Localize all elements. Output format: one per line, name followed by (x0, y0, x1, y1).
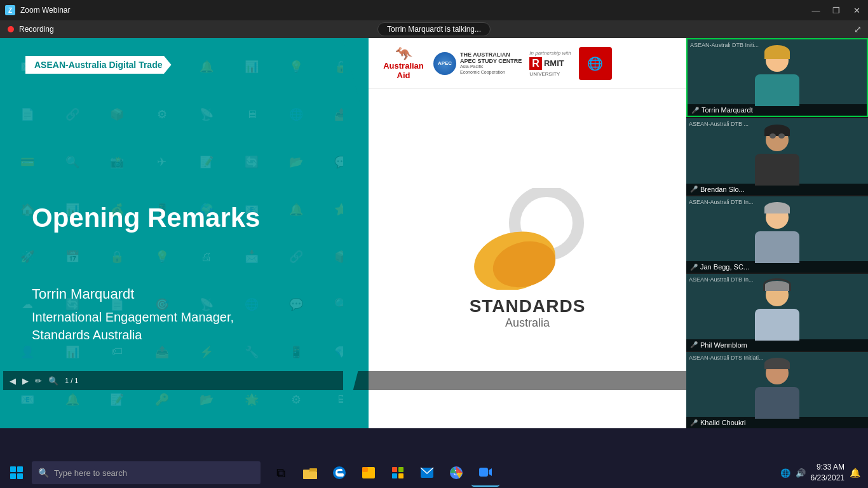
apec-text: THE AUSTRALIAN APEC STUDY CENTRE Asia-Pa… (460, 51, 522, 75)
recording-bar: Recording Torrin Marquardt is talking...… (0, 20, 868, 38)
svg-rect-10 (398, 467, 403, 472)
icons-pattern: 📧📅💬📱🔔📊💡🔒 📄🔗📦⚙📡🖥🌐📤 💳🔍📸✈📝🔄📂💬 🏠📊💰📱🌍📧🔔⭐ 🚀📅🔒💡… (0, 38, 369, 428)
participant-name-3: Phil Wennblom (700, 341, 747, 349)
standards-logo-svg (464, 188, 591, 290)
slide-presenter-role: International Engagement Manager, Standa… (32, 308, 234, 344)
rmit-name: RMIT (544, 58, 564, 68)
chrome-button[interactable] (442, 459, 470, 487)
minimize-button[interactable]: — (810, 6, 822, 15)
mic-icon-2: 🎤 (690, 264, 698, 271)
zoom-icon: Z (5, 5, 15, 15)
network-icon[interactable]: 🌐 (780, 468, 790, 478)
svg-rect-12 (398, 473, 403, 478)
standards-australia-logo: STANDARDS Australia (464, 188, 591, 330)
participant-room-4: ASEAN-Australi DTS Initiati... (689, 355, 764, 361)
participant-card-1[interactable]: ASEAN-Australi DTB ... 🎤 Brendan Slo... (686, 118, 868, 194)
aid-text-line2: Aid (397, 71, 410, 80)
task-view-button[interactable]: ⧉ (267, 459, 295, 487)
logos-header: 🦘 Australian Aid APEC THE AUSTRALIAN APE… (369, 38, 686, 89)
participant-room-3: ASEAN-Australi DTB In... (689, 276, 754, 283)
prev-slide-button[interactable]: ◀ (10, 376, 16, 386)
apec-logo: APEC THE AUSTRALIAN APEC STUDY CENTRE As… (433, 51, 522, 75)
participant-panel: ASEAN-Australi DTB Initi... 🎤 Torrin Mar… (686, 38, 868, 428)
aid-text-line1: Australian (383, 62, 424, 71)
slide-right-panel: 🦘 Australian Aid APEC THE AUSTRALIAN APE… (369, 38, 686, 428)
file-manager-button[interactable] (355, 459, 383, 487)
zoom-button[interactable]: 🔍 (48, 376, 58, 386)
taskbar: 🔍 Type here to search ⧉ 🌐 🔊 (0, 458, 868, 488)
participant-name-0: Torrin Marquardt (702, 106, 753, 114)
svg-point-6 (333, 466, 346, 479)
participant-card-4[interactable]: ASEAN-Australi DTS Initiati... 🎤 Khalid … (686, 352, 868, 428)
svg-rect-5 (309, 468, 317, 471)
file-explorer-button[interactable] (296, 459, 324, 487)
slide-left-panel: 📧📅💬📱🔔📊💡🔒 📄🔗📦⚙📡🖥🌐📤 💳🔍📸✈📝🔄📂💬 🏠📊💰📱🌍📧🔔⭐ 🚀📅🔒💡… (0, 38, 369, 428)
taskbar-clock[interactable]: 9:33 AM 6/23/2021 (811, 462, 844, 484)
system-tray: 🌐 🔊 9:33 AM 6/23/2021 🔔 (780, 462, 865, 484)
asean-logo: 🌐 (579, 47, 612, 80)
participant-card-3[interactable]: ASEAN-Australi DTB In... 🎤 Phil Wennblom (686, 274, 868, 350)
slide-title: Opening Remarks (32, 203, 260, 233)
participant-room-2: ASEAN-Australi DTB In... (689, 199, 754, 205)
talking-indicator: Torrin Marquardt is talking... (377, 22, 491, 36)
mic-icon-0: 🎤 (691, 107, 699, 114)
recording-label: Recording (19, 25, 54, 34)
system-icons: 🌐 🔊 (780, 468, 806, 478)
mic-icon-3: 🎤 (690, 341, 698, 348)
rmit-r-letter: R (529, 57, 542, 70)
participant-room-1: ASEAN-Australi DTB ... (689, 121, 749, 127)
app-title: Zoom Webinar (20, 6, 70, 15)
standards-brand-name: STANDARDS (470, 296, 586, 316)
rmit-logo-inner: R RMIT (529, 57, 571, 70)
store-button[interactable] (384, 459, 412, 487)
participant-name-1: Brendan Slo... (700, 186, 745, 193)
participant-name-2: Jan Begg, SC... (700, 263, 749, 271)
australian-aid-logo: 🦘 Australian Aid (381, 46, 426, 80)
mail-button[interactable] (413, 459, 441, 487)
start-button[interactable] (3, 459, 31, 487)
clock-time: 9:33 AM (811, 462, 844, 473)
close-button[interactable]: ✕ (850, 6, 863, 15)
standards-text: STANDARDS Australia (470, 296, 586, 330)
kangaroo-icon: 🦘 (395, 46, 412, 62)
standards-brand-sub: Australia (470, 316, 586, 330)
search-placeholder: Type here to search (54, 468, 127, 478)
slide-presenter-name: Torrin Marquardt (32, 286, 134, 302)
participant-card-2[interactable]: ASEAN-Australi DTB In... 🎤 Jan Begg, SC.… (686, 196, 868, 273)
participant-room-0: ASEAN-Australi DTB Initi... (690, 42, 759, 48)
zoom-taskbar-button[interactable] (471, 459, 499, 487)
slide-counter: 1 / 1 (65, 377, 78, 384)
participant-name-4: Khalid Choukri (700, 419, 746, 426)
next-slide-button[interactable]: ▶ (22, 376, 29, 386)
svg-rect-17 (479, 468, 488, 477)
volume-icon[interactable]: 🔊 (796, 468, 806, 478)
recording-dot (8, 26, 14, 32)
annotate-button[interactable]: ✏ (35, 376, 42, 386)
search-icon: 🔍 (38, 468, 49, 478)
edge-browser-button[interactable] (325, 459, 353, 487)
taskbar-app-icons: ⧉ (267, 459, 499, 487)
title-bar: Z Zoom Webinar — ❐ ✕ (0, 0, 868, 20)
title-bar-left: Z Zoom Webinar (5, 5, 70, 15)
participant-card-0[interactable]: ASEAN-Australi DTB Initi... 🎤 Torrin Mar… (686, 38, 868, 117)
window-controls: — ❐ ✕ (810, 6, 863, 15)
rmit-logo: In partnership with R RMIT UNIVERSITY (529, 50, 571, 77)
svg-rect-4 (308, 471, 317, 479)
slide-area: 📧📅💬📱🔔📊💡🔒 📄🔗📦⚙📡🖥🌐📤 💳🔍📸✈📝🔄📂💬 🏠📊💰📱🌍📧🔔⭐ 🚀📅🔒💡… (0, 38, 686, 428)
svg-rect-8 (362, 467, 368, 472)
mic-icon-1: 🎤 (690, 186, 698, 193)
windows-logo (10, 466, 23, 479)
expand-button[interactable]: ⤢ (854, 24, 862, 34)
svg-rect-11 (392, 473, 397, 478)
search-box[interactable]: 🔍 Type here to search (32, 461, 261, 484)
svg-marker-18 (489, 468, 492, 476)
maximize-button[interactable]: ❐ (830, 6, 843, 15)
slide-badge: ASEAN-Australia Digital Trade (25, 56, 172, 74)
apec-globe-icon: APEC (433, 52, 456, 75)
mic-icon-4: 🎤 (690, 419, 698, 426)
svg-rect-9 (392, 467, 397, 472)
notification-icon[interactable]: 🔔 (850, 468, 860, 478)
clock-date: 6/23/2021 (811, 473, 844, 484)
